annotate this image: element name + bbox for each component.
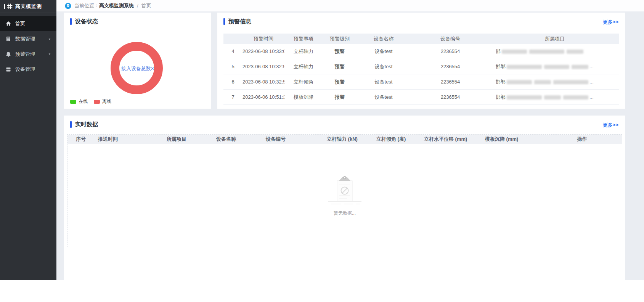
realtime-more-link[interactable]: 更多>> (603, 122, 618, 129)
blurred-text (507, 65, 542, 69)
sidebar-item-warning-management[interactable]: 预警管理 ▼ (0, 47, 56, 62)
cell-project: 邯郸... (490, 63, 619, 70)
breadcrumb: 当前位置： 高支模监测系统 / 首页 (56, 0, 644, 11)
realtime-data-panel: 实时数据 更多>> 序号 推送时间 所属项目 设备名称 设备编号 立杆轴力 (k… (64, 116, 625, 280)
empty-data-icon (326, 174, 364, 207)
device-icon (5, 66, 11, 72)
legend-label: 在线 (79, 98, 88, 105)
blurred-text (567, 50, 583, 54)
blurred-text (507, 80, 532, 84)
chevron-down-icon: ▼ (48, 37, 51, 40)
warning-more-link[interactable]: 更多>> (603, 19, 618, 26)
logo-grid-icon (7, 3, 13, 9)
cell-device-name: 设备test (357, 63, 410, 70)
cell-index: 7 (223, 94, 243, 100)
blurred-text (563, 95, 588, 100)
logo-bar-icon (4, 4, 5, 9)
cell-index: 5 (223, 64, 243, 69)
location-pin-icon (65, 3, 71, 9)
legend-item-online[interactable]: 在线 (70, 98, 88, 105)
blurred-text (544, 95, 561, 100)
title-accent-bar (70, 18, 72, 25)
chevron-down-icon: ▼ (48, 53, 51, 55)
blurred-text (553, 80, 588, 84)
warning-table-row: 6 2023-06-08 10:32:55 立杆倾角 预警 设备test 223… (223, 74, 619, 90)
breadcrumb-separator: / (137, 3, 138, 9)
cell-index: 6 (223, 79, 243, 85)
cell-project: 邯郸... (490, 79, 619, 85)
col-header: 推送时间 (94, 136, 163, 143)
empty-data-text: 暂无数据... (334, 210, 356, 217)
warning-table-header: 预警时间 预警事项 预警级别 设备名称 设备编号 所属项目 (223, 34, 619, 44)
col-header: 预警时间 (243, 35, 284, 42)
app-root: 高支模监测 首页 数据管理 ▼ (0, 0, 644, 302)
blurred-text (572, 65, 588, 69)
title-accent-bar (70, 121, 72, 128)
col-header: 设备名称 (212, 136, 262, 143)
cell-device-name: 设备test (357, 79, 410, 85)
cell-device-no: 2236554 (410, 79, 490, 85)
alarm-bell-icon (5, 51, 11, 57)
realtime-table-body: 暂无数据... (67, 144, 622, 247)
blurred-text (544, 65, 569, 69)
app-logo[interactable]: 高支模监测 (0, 0, 56, 13)
col-header: 预警级别 (323, 35, 357, 42)
cell-time: 2023-06-08 10:33:03 (243, 48, 284, 54)
realtime-table-header: 序号 推送时间 所属项目 设备名称 设备编号 立杆轴力 (kN) 立杆倾角 (度… (67, 135, 622, 144)
col-header: 立杆倾角 (度) (373, 136, 420, 143)
main-content: 当前位置： 高支模监测系统 / 首页 设备状态 接入设备总数3 在线 离线 (56, 0, 644, 280)
col-header: 立杆水平位移 (mm) (420, 136, 481, 143)
col-header: 设备编号 (262, 136, 323, 143)
cell-device-no: 2236554 (410, 48, 490, 54)
cell-index: 4 (223, 48, 243, 54)
cell-project: 邯郸... (490, 94, 619, 101)
title-accent-bar (223, 18, 225, 25)
blurred-text (529, 50, 564, 54)
sidebar-item-home[interactable]: 首页 (0, 16, 56, 31)
cell-device-no: 2236554 (410, 64, 490, 69)
col-header: 设备名称 (357, 35, 410, 42)
breadcrumb-system-link[interactable]: 高支模监测系统 (99, 2, 134, 9)
cell-level: 预警 (323, 48, 357, 55)
sidebar-menu: 首页 数据管理 ▼ 预警管理 (0, 13, 56, 77)
legend-label: 离线 (102, 98, 111, 105)
col-header: 所属项目 (490, 35, 619, 42)
offline-swatch-icon (94, 100, 100, 104)
sidebar-item-label: 数据管理 (15, 35, 35, 42)
cell-level: 报警 (323, 94, 357, 101)
col-header: 序号 (67, 136, 94, 143)
panel-title: 实时数据 (75, 121, 98, 128)
donut-center-label: 接入设备总数3 (64, 65, 211, 72)
legend-item-offline[interactable]: 离线 (94, 98, 111, 105)
warning-table-row: 4 2023-06-08 10:33:03 立杆轴力 预警 设备test 223… (223, 44, 619, 59)
panel-title: 预警信息 (228, 18, 251, 25)
sidebar-item-device-management[interactable]: 设备管理 (0, 62, 56, 77)
cell-level: 预警 (323, 79, 357, 85)
cell-time: 2023-06-08 10:32:55 (243, 79, 284, 85)
col-header: 操作 (542, 136, 622, 143)
breadcrumb-current[interactable]: 首页 (141, 2, 151, 9)
cell-device-name: 设备test (357, 48, 410, 55)
data-document-icon (5, 36, 11, 42)
blurred-text (507, 95, 542, 100)
chart-legend: 在线 离线 (70, 98, 117, 105)
sidebar-item-label: 预警管理 (15, 51, 35, 58)
app-title: 高支模监测 (15, 3, 42, 10)
cell-project: 邯 (490, 48, 619, 55)
blurred-text (502, 50, 527, 54)
cell-item: 立杆倾角 (284, 79, 323, 85)
cell-level: 预警 (323, 63, 357, 70)
breadcrumb-prefix: 当前位置： (74, 2, 99, 9)
online-swatch-icon (70, 100, 76, 104)
cell-item: 模板沉降 (284, 94, 323, 101)
warning-table-row: 7 2023-06-06 10:51:35 模板沉降 报警 设备test 223… (223, 90, 619, 105)
sidebar-item-data-management[interactable]: 数据管理 ▼ (0, 31, 56, 47)
cell-item: 立杆轴力 (284, 48, 323, 55)
realtime-table: 序号 推送时间 所属项目 设备名称 设备编号 立杆轴力 (kN) 立杆倾角 (度… (67, 134, 622, 247)
warning-info-panel: 预警信息 更多>> 预警时间 预警事项 预警级别 设备名称 设备编号 所属项目 … (217, 13, 625, 109)
col-header: 设备编号 (410, 35, 490, 42)
home-icon (5, 21, 11, 27)
cell-item: 立杆轴力 (284, 63, 323, 70)
blurred-text (534, 80, 551, 84)
cell-device-no: 2236554 (410, 94, 490, 100)
